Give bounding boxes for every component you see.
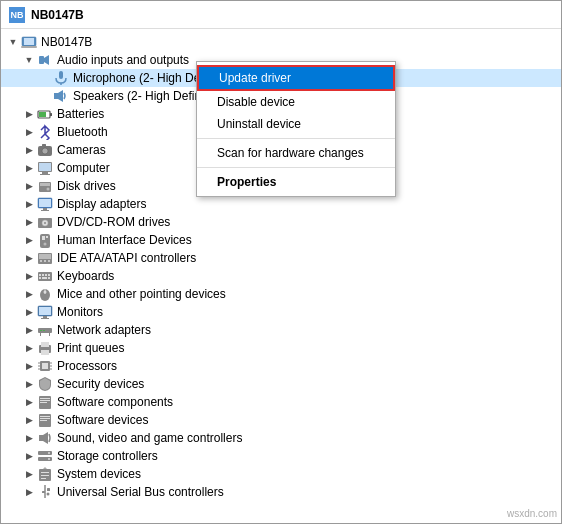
tree-item-hid[interactable]: ▶Human Interface Devices bbox=[1, 231, 561, 249]
expander-bluetooth[interactable]: ▶ bbox=[21, 124, 37, 140]
label-print-queues: Print queues bbox=[57, 341, 124, 355]
svg-rect-39 bbox=[39, 274, 41, 276]
expander-security[interactable]: ▶ bbox=[21, 376, 37, 392]
icon-bluetooth bbox=[37, 124, 53, 140]
expander-cameras[interactable]: ▶ bbox=[21, 142, 37, 158]
menu-item-disable-device[interactable]: Disable device bbox=[197, 91, 395, 113]
expander-sound[interactable]: ▶ bbox=[21, 430, 37, 446]
expander-disk-drives[interactable]: ▶ bbox=[21, 178, 37, 194]
svg-rect-20 bbox=[40, 183, 50, 186]
svg-marker-84 bbox=[43, 467, 47, 469]
label-bluetooth: Bluetooth bbox=[57, 125, 108, 139]
svg-rect-40 bbox=[42, 274, 44, 276]
tree-item-monitors[interactable]: ▶Monitors bbox=[1, 303, 561, 321]
expander-dvd-rom[interactable]: ▶ bbox=[21, 214, 37, 230]
expander-ide[interactable]: ▶ bbox=[21, 250, 37, 266]
expander-software-dev[interactable]: ▶ bbox=[21, 412, 37, 428]
icon-sound bbox=[37, 430, 53, 446]
svg-rect-50 bbox=[39, 307, 51, 315]
svg-marker-78 bbox=[43, 432, 48, 444]
svg-point-21 bbox=[47, 188, 50, 191]
menu-separator bbox=[197, 167, 395, 168]
tree-item-software-dev[interactable]: ▶Software devices bbox=[1, 411, 561, 429]
icon-microphone bbox=[53, 70, 69, 86]
label-usb: Universal Serial Bus controllers bbox=[57, 485, 224, 499]
expander-hid[interactable]: ▶ bbox=[21, 232, 37, 248]
title-bar: NB NB0147B bbox=[1, 1, 561, 29]
svg-rect-14 bbox=[42, 144, 46, 147]
tree-item-print-queues[interactable]: ▶Print queues bbox=[1, 339, 561, 357]
expander-batteries[interactable]: ▶ bbox=[21, 106, 37, 122]
expander-display-adapters[interactable]: ▶ bbox=[21, 196, 37, 212]
menu-item-uninstall-device[interactable]: Uninstall device bbox=[197, 113, 395, 135]
tree-item-sound[interactable]: ▶Sound, video and game controllers bbox=[1, 429, 561, 447]
icon-audio-io bbox=[37, 52, 53, 68]
icon-computer bbox=[37, 160, 53, 176]
svg-rect-1 bbox=[24, 38, 34, 45]
expander-network[interactable]: ▶ bbox=[21, 322, 37, 338]
label-system: System devices bbox=[57, 467, 141, 481]
expander-monitors[interactable]: ▶ bbox=[21, 304, 37, 320]
tree-item-security[interactable]: ▶Security devices bbox=[1, 375, 561, 393]
tree-item-nb0147b[interactable]: ▼NB0147B bbox=[1, 33, 561, 51]
tree-item-software-comp[interactable]: ▶Software components bbox=[1, 393, 561, 411]
label-cameras: Cameras bbox=[57, 143, 106, 157]
icon-processors bbox=[37, 358, 53, 374]
label-hid: Human Interface Devices bbox=[57, 233, 192, 247]
expander-keyboards[interactable]: ▶ bbox=[21, 268, 37, 284]
svg-rect-23 bbox=[39, 199, 51, 207]
expander-mice[interactable]: ▶ bbox=[21, 286, 37, 302]
label-mice: Mice and other pointing devices bbox=[57, 287, 226, 301]
svg-rect-43 bbox=[39, 277, 41, 279]
expander-nb0147b[interactable]: ▼ bbox=[5, 34, 21, 50]
label-processors: Processors bbox=[57, 359, 117, 373]
svg-rect-56 bbox=[40, 333, 41, 336]
tree-item-processors[interactable]: ▶Processors bbox=[1, 357, 561, 375]
svg-rect-70 bbox=[40, 398, 50, 399]
tree-item-system[interactable]: ▶System devices bbox=[1, 465, 561, 483]
expander-storage[interactable]: ▶ bbox=[21, 448, 37, 464]
svg-rect-10 bbox=[50, 113, 52, 116]
svg-rect-75 bbox=[40, 418, 50, 419]
tree-item-storage[interactable]: ▶Storage controllers bbox=[1, 447, 561, 465]
svg-marker-8 bbox=[58, 90, 63, 102]
expander-processors[interactable]: ▶ bbox=[21, 358, 37, 374]
tree-item-display-adapters[interactable]: ▶Display adapters bbox=[1, 195, 561, 213]
label-dvd-rom: DVD/CD-ROM drives bbox=[57, 215, 170, 229]
tree-item-keyboards[interactable]: ▶Keyboards bbox=[1, 267, 561, 285]
label-disk-drives: Disk drives bbox=[57, 179, 116, 193]
menu-item-scan-hardware[interactable]: Scan for hardware changes bbox=[197, 142, 395, 164]
icon-display-adapters bbox=[37, 196, 53, 212]
icon-software-dev bbox=[37, 412, 53, 428]
menu-item-update-driver[interactable]: Update driver bbox=[197, 65, 395, 91]
expander-audio-io[interactable]: ▼ bbox=[21, 52, 37, 68]
svg-rect-2 bbox=[21, 46, 37, 48]
label-nb0147b: NB0147B bbox=[41, 35, 92, 49]
svg-rect-24 bbox=[43, 208, 47, 210]
icon-usb bbox=[37, 484, 53, 500]
expander-usb[interactable]: ▶ bbox=[21, 484, 37, 500]
device-manager-window: NB NB0147B ▼NB0147B▼Audio inputs and out… bbox=[0, 0, 562, 524]
menu-item-properties[interactable]: Properties bbox=[197, 171, 395, 193]
label-software-dev: Software devices bbox=[57, 413, 148, 427]
label-computer: Computer bbox=[57, 161, 110, 175]
watermark: wsxdn.com bbox=[507, 508, 557, 519]
svg-rect-86 bbox=[41, 475, 49, 476]
expander-microphone[interactable] bbox=[37, 70, 53, 86]
tree-item-usb[interactable]: ▶Universal Serial Bus controllers bbox=[1, 483, 561, 501]
tree-item-ide[interactable]: ▶IDE ATA/ATAPI controllers bbox=[1, 249, 561, 267]
svg-rect-62 bbox=[42, 363, 48, 369]
icon-monitors bbox=[37, 304, 53, 320]
svg-rect-57 bbox=[49, 333, 50, 336]
svg-rect-91 bbox=[42, 491, 45, 493]
tree-item-mice[interactable]: ▶Mice and other pointing devices bbox=[1, 285, 561, 303]
svg-point-32 bbox=[44, 243, 47, 246]
expander-computer[interactable]: ▶ bbox=[21, 160, 37, 176]
tree-item-network[interactable]: ▶Network adapters bbox=[1, 321, 561, 339]
expander-print-queues[interactable]: ▶ bbox=[21, 340, 37, 356]
expander-system[interactable]: ▶ bbox=[21, 466, 37, 482]
svg-rect-34 bbox=[39, 254, 51, 259]
tree-item-dvd-rom[interactable]: ▶DVD/CD-ROM drives bbox=[1, 213, 561, 231]
expander-software-comp[interactable]: ▶ bbox=[21, 394, 37, 410]
expander-speakers[interactable] bbox=[37, 88, 53, 104]
